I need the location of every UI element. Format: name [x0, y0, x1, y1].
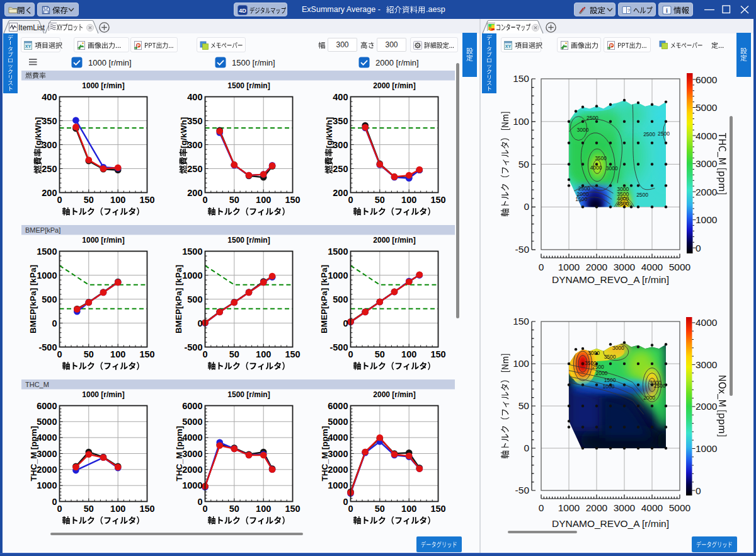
svg-text:2000: 2000 [696, 401, 718, 412]
svg-text:0: 0 [696, 243, 701, 253]
svg-text:3500: 3500 [595, 155, 607, 161]
svg-text:0: 0 [197, 318, 202, 328]
svg-text:4000: 4000 [641, 502, 663, 513]
svg-text:6000: 6000 [182, 401, 202, 411]
svg-text:-50: -50 [515, 485, 530, 495]
svg-text:3000: 3000 [588, 350, 600, 356]
svg-text:4000: 4000 [328, 432, 348, 443]
svg-text:1000 [r/min]: 1000 [r/min] [82, 236, 124, 245]
svg-text:4000: 4000 [641, 262, 663, 272]
svg-text:3000: 3000 [696, 158, 718, 169]
svg-text:150: 150 [430, 349, 445, 359]
svg-text:P: P [610, 43, 613, 48]
svg-text:5000: 5000 [669, 502, 691, 513]
svg-text:150: 150 [513, 73, 529, 84]
svg-text:500: 500 [333, 294, 348, 304]
svg-text:1500: 1500 [328, 246, 348, 257]
svg-text:BMEP[kPa] [kPa]: BMEP[kPa] [kPa] [319, 265, 329, 333]
svg-text:BMEP[kPa] [kPa]: BMEP[kPa] [kPa] [28, 265, 38, 333]
svg-text:1500 [r/min]: 1500 [r/min] [227, 81, 270, 90]
svg-text:2000: 2000 [586, 502, 608, 513]
svg-text:-500: -500 [184, 342, 202, 352]
svg-text:3000: 3000 [606, 165, 618, 171]
svg-text:3000: 3000 [614, 502, 636, 513]
svg-text:-500: -500 [329, 342, 348, 352]
svg-text:2500: 2500 [636, 192, 648, 198]
svg-text:THC_M [ppm]: THC_M [ppm] [29, 426, 38, 482]
svg-text:3000: 3000 [577, 127, 589, 133]
svg-text:[g/kWh]: [g/kWh] [179, 117, 188, 149]
svg-text:5000: 5000 [37, 417, 57, 427]
svg-text:2500: 2500 [654, 383, 666, 389]
svg-text:-500: -500 [38, 342, 57, 352]
svg-text:2500: 2500 [658, 130, 670, 137]
svg-text:1500 [r/min]: 1500 [r/min] [227, 390, 270, 399]
svg-text:200: 200 [42, 188, 57, 198]
svg-text:2000: 2000 [595, 370, 607, 376]
svg-text:4500: 4500 [617, 200, 629, 207]
svg-text:300: 300 [187, 140, 202, 150]
svg-text:50: 50 [229, 195, 239, 205]
svg-text:50: 50 [375, 349, 385, 359]
svg-text:1000: 1000 [182, 270, 202, 281]
svg-text:6000: 6000 [328, 401, 348, 411]
svg-text:100: 100 [401, 504, 416, 514]
svg-text:BMEP[kPa]: BMEP[kPa] [25, 226, 60, 234]
svg-text:5000: 5000 [182, 417, 202, 427]
svg-text:DYNAMO_REVO_A [r/min]: DYNAMO_REVO_A [r/min] [552, 274, 669, 285]
svg-text:0: 0 [343, 497, 348, 507]
svg-text:BMEP[kPa] [kPa]: BMEP[kPa] [kPa] [174, 265, 183, 333]
svg-text:2500: 2500 [643, 131, 655, 137]
svg-text:400: 400 [333, 92, 348, 102]
svg-text:50: 50 [229, 504, 239, 514]
svg-text:50: 50 [375, 195, 385, 205]
svg-text:0: 0 [348, 349, 353, 359]
svg-text:0: 0 [348, 504, 353, 514]
svg-text:150: 150 [513, 316, 529, 327]
svg-text:4000: 4000 [182, 432, 202, 443]
svg-text:2000: 2000 [643, 395, 655, 401]
svg-text:1000: 1000 [37, 270, 57, 281]
svg-text:200: 200 [333, 188, 348, 198]
svg-text:2000: 2000 [586, 262, 608, 272]
svg-text:150: 150 [139, 349, 154, 359]
svg-text:350: 350 [187, 116, 202, 126]
svg-text:2000 [r/min]: 2000 [r/min] [373, 81, 415, 90]
svg-text:400: 400 [187, 92, 202, 102]
svg-text:50: 50 [84, 195, 94, 205]
svg-text:1000: 1000 [602, 383, 614, 390]
svg-text:100: 100 [513, 116, 529, 127]
svg-text:THC_M [ppm]: THC_M [ppm] [175, 426, 184, 482]
svg-text:0: 0 [343, 318, 348, 328]
svg-text:5000: 5000 [696, 102, 718, 113]
svg-text:0: 0 [57, 504, 62, 514]
svg-text:0: 0 [52, 497, 57, 507]
svg-text:2000: 2000 [182, 465, 202, 475]
svg-text:0: 0 [197, 497, 202, 507]
svg-text:100: 100 [256, 504, 271, 514]
svg-text:5000: 5000 [669, 262, 691, 272]
svg-text:1500: 1500 [37, 246, 57, 257]
svg-text:1500: 1500 [604, 377, 616, 383]
svg-text:150: 150 [285, 504, 300, 514]
svg-text:150: 150 [430, 504, 445, 514]
svg-text:150: 150 [285, 349, 300, 359]
svg-text:3000: 3000 [37, 449, 57, 459]
svg-text:0: 0 [539, 502, 544, 513]
svg-text:P: P [137, 43, 140, 48]
svg-text:5000: 5000 [328, 417, 348, 427]
svg-text:100: 100 [256, 195, 271, 205]
svg-text:150: 150 [430, 195, 445, 205]
svg-text:i: i [666, 7, 668, 14]
svg-text:100: 100 [110, 349, 125, 359]
svg-text:50: 50 [518, 159, 530, 170]
svg-text:1000: 1000 [558, 502, 580, 513]
svg-text:100: 100 [401, 349, 416, 359]
svg-text:3000: 3000 [182, 449, 202, 459]
svg-text:100: 100 [110, 504, 125, 514]
svg-text:1500: 1500 [182, 246, 202, 257]
svg-text:4D: 4D [239, 8, 246, 14]
svg-text:50: 50 [84, 504, 94, 514]
svg-text:XY: XY [25, 44, 32, 49]
svg-text:350: 350 [42, 116, 57, 126]
